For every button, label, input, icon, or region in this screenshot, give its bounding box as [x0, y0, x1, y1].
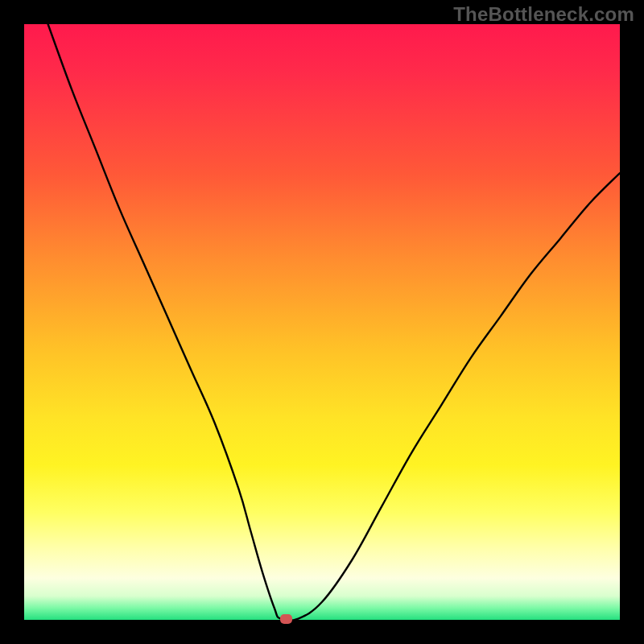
chart-frame: TheBottleneck.com [0, 0, 644, 644]
curve-svg [24, 24, 620, 620]
plot-area [24, 24, 620, 620]
watermark-text: TheBottleneck.com [453, 3, 634, 26]
optimum-marker [280, 614, 292, 624]
bottleneck-curve [48, 24, 620, 621]
